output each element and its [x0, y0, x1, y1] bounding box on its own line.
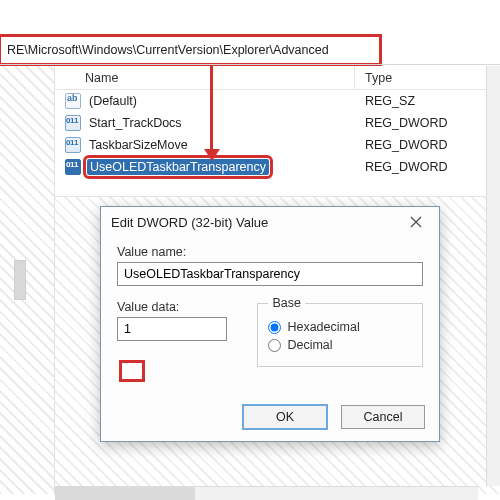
value-type: REG_DWORD: [355, 138, 500, 152]
tree-pane-placeholder: [0, 66, 55, 494]
splitter-handle[interactable]: [14, 260, 26, 300]
scrollbar-horizontal[interactable]: [55, 486, 478, 500]
reg-dword-icon: [65, 159, 81, 175]
value-type: REG_SZ: [355, 94, 500, 108]
radio-decimal[interactable]: Decimal: [268, 338, 412, 352]
value-type: REG_DWORD: [355, 116, 500, 130]
column-type[interactable]: Type: [355, 66, 500, 89]
radio-dec-input[interactable]: [268, 339, 281, 352]
scroll-thumb[interactable]: [55, 487, 195, 500]
list-item-selected[interactable]: UseOLEDTaskbarTransparency REG_DWORD: [55, 156, 500, 178]
reg-sz-icon: [65, 93, 81, 109]
list-item[interactable]: Start_TrackDocs REG_DWORD: [55, 112, 500, 134]
registry-path: RE\Microsoft\Windows\CurrentVersion\Expl…: [7, 43, 329, 57]
value-name: TaskbarSizeMove: [87, 137, 190, 153]
column-name[interactable]: Name: [55, 66, 355, 89]
value-data-label: Value data:: [117, 300, 233, 314]
dialog-title: Edit DWORD (32-bit) Value: [111, 215, 268, 230]
base-legend: Base: [268, 296, 305, 310]
value-type: REG_DWORD: [355, 160, 500, 174]
values-list: Name Type (Default) REG_SZ Start_TrackDo…: [55, 66, 500, 196]
dialog-titlebar[interactable]: Edit DWORD (32-bit) Value: [101, 207, 439, 237]
close-icon[interactable]: [403, 211, 429, 233]
edit-dword-dialog: Edit DWORD (32-bit) Value Value name: Va…: [100, 206, 440, 442]
cancel-button[interactable]: Cancel: [341, 405, 425, 429]
base-group: Base Hexadecimal Decimal: [257, 296, 423, 367]
value-name: (Default): [87, 93, 139, 109]
divider: [0, 64, 500, 65]
value-name-label: Value name:: [117, 245, 423, 259]
value-name: UseOLEDTaskbarTransparency: [87, 159, 269, 175]
annotation-arrow-head: [204, 149, 220, 161]
scrollbar-vertical[interactable]: [486, 66, 500, 486]
column-headers[interactable]: Name Type: [55, 66, 500, 90]
radio-hex-input[interactable]: [268, 321, 281, 334]
value-name-field[interactable]: [117, 262, 423, 286]
annotation-arrow: [210, 65, 213, 151]
value-data-field[interactable]: [117, 317, 227, 341]
radio-hexadecimal[interactable]: Hexadecimal: [268, 320, 412, 334]
ok-button[interactable]: OK: [243, 405, 327, 429]
list-item[interactable]: TaskbarSizeMove REG_DWORD: [55, 134, 500, 156]
list-item[interactable]: (Default) REG_SZ: [55, 90, 500, 112]
reg-dword-icon: [65, 115, 81, 131]
address-bar[interactable]: RE\Microsoft\Windows\CurrentVersion\Expl…: [0, 36, 380, 64]
reg-dword-icon: [65, 137, 81, 153]
value-name: Start_TrackDocs: [87, 115, 184, 131]
